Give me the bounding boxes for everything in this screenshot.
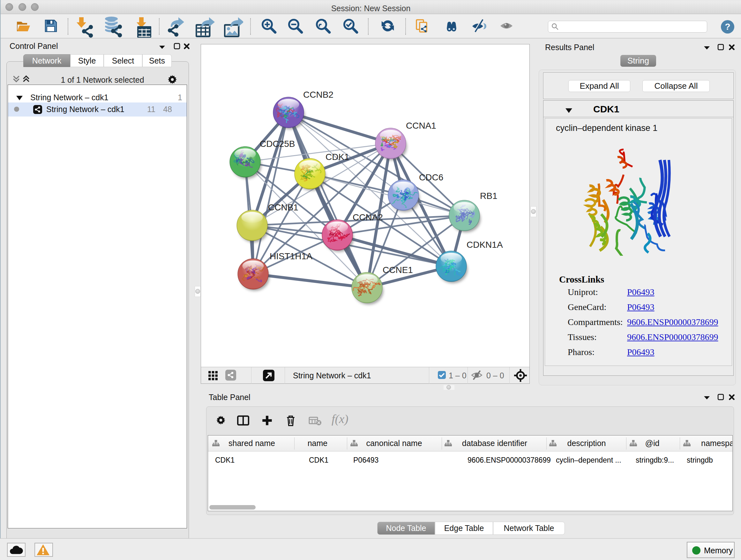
- svg-text:?: ?: [725, 22, 730, 32]
